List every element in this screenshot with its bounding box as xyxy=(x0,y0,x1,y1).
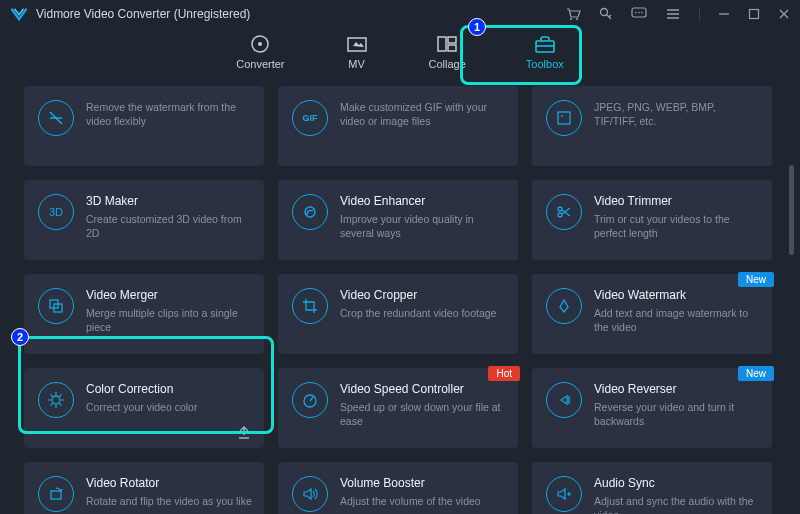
crop-icon xyxy=(292,288,328,324)
enhancer-icon xyxy=(292,194,328,230)
app-logo-icon xyxy=(10,7,28,21)
new-badge: New xyxy=(738,272,774,287)
svg-point-1 xyxy=(576,18,578,20)
card-color-correction[interactable]: Color CorrectionCorrect your video color xyxy=(24,368,264,448)
svg-rect-11 xyxy=(438,37,446,51)
gif-icon: GIF xyxy=(292,100,328,136)
feedback-icon[interactable] xyxy=(631,7,647,21)
svg-point-0 xyxy=(570,18,572,20)
scissors-icon xyxy=(546,194,582,230)
svg-point-19 xyxy=(558,213,562,217)
close-icon[interactable] xyxy=(778,8,790,20)
svg-point-4 xyxy=(635,12,637,14)
audio-sync-icon xyxy=(546,476,582,512)
image-convert-icon xyxy=(546,100,582,136)
svg-point-9 xyxy=(258,42,262,46)
maximize-icon[interactable] xyxy=(748,8,760,20)
card-video-reverser[interactable]: New Video ReverserReverse your video and… xyxy=(532,368,772,448)
converter-icon xyxy=(249,33,271,55)
card-video-enhancer[interactable]: Video EnhancerImprove your video quality… xyxy=(278,180,518,260)
toolbox-grid-scroll[interactable]: Remove the watermark from the video flex… xyxy=(0,86,800,514)
reverse-icon xyxy=(546,382,582,418)
tab-mv[interactable]: MV xyxy=(345,34,369,70)
scrollbar-thumb[interactable] xyxy=(789,165,794,255)
minimize-icon[interactable] xyxy=(718,8,730,20)
card-gif-maker[interactable]: GIF Make customized GIF with your video … xyxy=(278,86,518,166)
speed-icon xyxy=(292,382,328,418)
watermark-icon xyxy=(546,288,582,324)
svg-point-6 xyxy=(641,12,643,14)
card-3d-maker[interactable]: 3D 3D MakerCreate customized 3D video fr… xyxy=(24,180,264,260)
toolbox-grid: Remove the watermark from the video flex… xyxy=(24,86,776,514)
svg-point-17 xyxy=(305,207,315,217)
card-image-converter[interactable]: JPEG, PNG, WEBP, BMP, TIF/TIFF, etc. xyxy=(532,86,772,166)
svg-point-18 xyxy=(558,207,562,211)
titlebar: Vidmore Video Converter (Unregistered) xyxy=(0,0,800,28)
window-title: Vidmore Video Converter (Unregistered) xyxy=(36,7,565,21)
svg-point-2 xyxy=(601,9,608,16)
card-video-speed[interactable]: Hot Video Speed ControllerSpeed up or sl… xyxy=(278,368,518,448)
card-video-cropper[interactable]: Video CropperCrop the redundant video fo… xyxy=(278,274,518,354)
main-tabs: Converter MV Collage Toolbox xyxy=(0,28,800,84)
svg-rect-12 xyxy=(448,37,456,43)
svg-point-5 xyxy=(638,12,640,14)
new-badge: New xyxy=(738,366,774,381)
window-controls xyxy=(565,7,790,21)
hot-badge: Hot xyxy=(488,366,520,381)
merger-icon xyxy=(38,288,74,324)
volume-icon xyxy=(292,476,328,512)
3d-icon: 3D xyxy=(38,194,74,230)
svg-point-16 xyxy=(561,115,563,117)
svg-rect-24 xyxy=(51,491,61,499)
tab-collage[interactable]: Collage xyxy=(429,34,466,70)
annotation-badge-2: 2 xyxy=(11,328,29,346)
card-video-watermark[interactable]: New Video WatermarkAdd text and image wa… xyxy=(532,274,772,354)
card-audio-sync[interactable]: Audio SyncAdjust and sync the audio with… xyxy=(532,462,772,514)
collapse-icon xyxy=(236,424,252,440)
toolbox-icon xyxy=(533,34,557,54)
watermark-remove-icon xyxy=(38,100,74,136)
svg-point-22 xyxy=(52,396,60,404)
cart-icon[interactable] xyxy=(565,7,581,21)
menu-icon[interactable] xyxy=(665,7,681,21)
card-watermark-remover[interactable]: Remove the watermark from the video flex… xyxy=(24,86,264,166)
color-correction-icon xyxy=(38,382,74,418)
svg-rect-15 xyxy=(558,112,570,124)
card-video-trimmer[interactable]: Video TrimmerTrim or cut your videos to … xyxy=(532,180,772,260)
collage-icon xyxy=(436,34,458,54)
svg-rect-13 xyxy=(448,45,456,51)
rotator-icon xyxy=(38,476,74,512)
card-video-merger[interactable]: Video MergerMerge multiple clips into a … xyxy=(24,274,264,354)
card-video-rotator[interactable]: Video RotatorRotate and flip the video a… xyxy=(24,462,264,514)
card-volume-booster[interactable]: Volume BoosterAdjust the volume of the v… xyxy=(278,462,518,514)
mv-icon xyxy=(346,34,368,54)
annotation-badge-1: 1 xyxy=(468,18,486,36)
svg-rect-7 xyxy=(750,10,759,19)
tab-converter[interactable]: Converter xyxy=(236,34,284,70)
key-icon[interactable] xyxy=(599,7,613,21)
tab-toolbox[interactable]: Toolbox xyxy=(526,34,564,70)
